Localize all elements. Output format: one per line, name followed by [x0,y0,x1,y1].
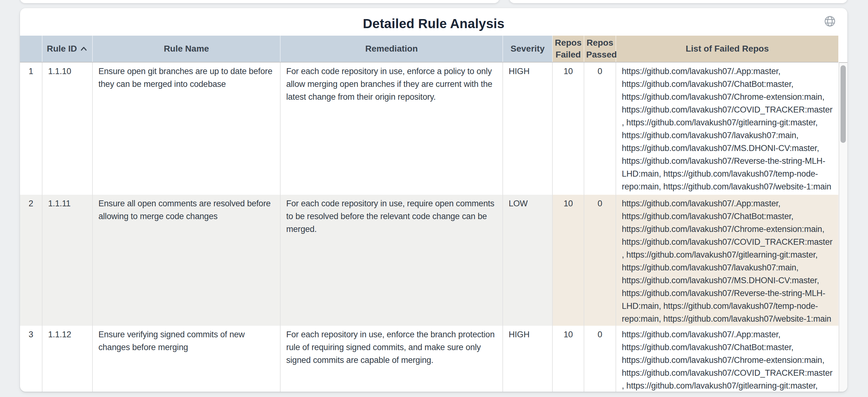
column-header-repos-passed[interactable]: Repos Passed [584,36,616,62]
cell-repos-failed: 10 [552,62,584,195]
column-header-index [20,36,42,62]
cell-rule-id: 1.1.11 [42,195,92,326]
cell-repos-passed: 0 [584,326,616,392]
globe-button[interactable] [823,14,837,29]
detailed-rule-analysis-card: Detailed Rule Analysis [20,8,847,392]
cell-rule-name: Ensure all open comments are resolved be… [92,195,280,326]
cell-repos-passed: 0 [584,62,616,195]
vertical-scrollbar[interactable] [839,62,847,392]
cell-row-index: 1 [20,62,42,195]
cell-rule-id: 1.1.10 [42,62,92,195]
column-header-failed-repos-list[interactable]: List of Failed Repos [616,36,838,62]
column-header-rule-id[interactable]: Rule ID [42,36,92,62]
card-above-right [509,0,847,3]
column-header-rule-name[interactable]: Rule Name [92,36,280,62]
sort-ascending-icon [80,43,88,55]
cell-failed-repos-list: https://github.com/lavakush07/.App:maste… [616,195,838,326]
cell-repos-passed: 0 [584,195,616,326]
cell-remediation: For each code repository in use, enforce… [280,62,503,195]
cell-remediation: For each code repository in use, require… [280,195,503,326]
card-above-left [20,0,499,3]
cell-rule-name: Ensure open git branches are up to date … [92,62,280,195]
page-title: Detailed Rule Analysis [20,8,847,31]
cell-repos-failed: 10 [552,195,584,326]
cell-rule-name: Ensure verifying signed commits of new c… [92,326,280,392]
table-row: 1 1.1.10 Ensure open git branches are up… [20,62,838,195]
table-row: 3 1.1.12 Ensure verifying signed commits… [20,326,838,392]
rule-analysis-table: Rule ID Rule Name Remediation Severity R… [20,36,847,392]
cell-severity: HIGH [503,326,552,392]
column-header-rule-id-label: Rule ID [47,43,77,55]
column-header-repos-failed[interactable]: Repos Failed [552,36,584,62]
cell-failed-repos-list: https://github.com/lavakush07/.App:maste… [616,326,838,392]
cell-row-index: 2 [20,195,42,326]
table-row: 2 1.1.11 Ensure all open comments are re… [20,195,838,326]
cell-severity: LOW [503,195,552,326]
globe-icon [823,15,836,28]
column-header-severity[interactable]: Severity [503,36,552,62]
table-header-row: Rule ID Rule Name Remediation Severity R… [20,36,838,62]
card-header: Detailed Rule Analysis [20,8,847,36]
cell-failed-repos-list: https://github.com/lavakush07/.App:maste… [616,62,838,195]
cell-row-index: 3 [20,326,42,392]
cell-rule-id: 1.1.12 [42,326,92,392]
cell-severity: HIGH [503,62,552,195]
scrollbar-thumb[interactable] [840,65,846,143]
cell-repos-failed: 10 [552,326,584,392]
cell-remediation: For each repository in use, enforce the … [280,326,503,392]
column-header-remediation[interactable]: Remediation [280,36,503,62]
